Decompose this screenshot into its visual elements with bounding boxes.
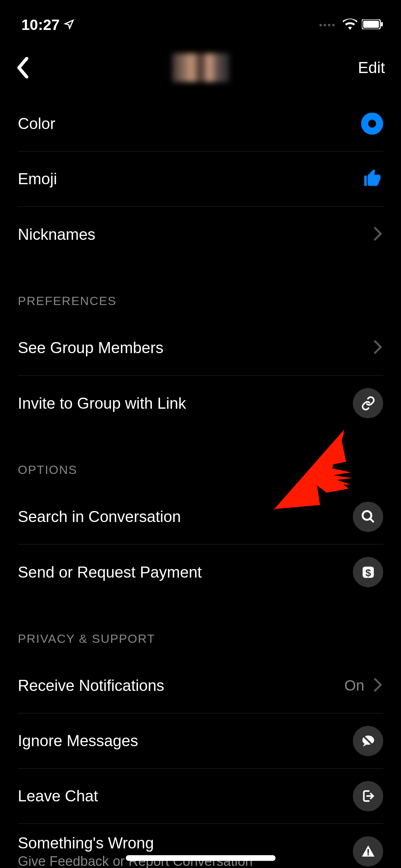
color-label: Color (18, 115, 55, 133)
group-avatar[interactable] (172, 53, 229, 82)
wrong-row[interactable]: Something's Wrong Give Feedback or Repor… (18, 824, 383, 868)
privacy-header: PRIVACY & SUPPORT (18, 600, 383, 658)
svg-point-11 (367, 854, 369, 856)
ignore-icon (353, 726, 383, 756)
notifications-row[interactable]: Receive Notifications On (18, 658, 383, 713)
chevron-right-icon (373, 227, 383, 242)
payment-row[interactable]: Send or Request Payment $ (18, 544, 383, 600)
back-button[interactable] (16, 57, 34, 78)
invite-link-row[interactable]: Invite to Group with Link (18, 376, 383, 431)
color-swatch-icon (361, 113, 383, 135)
notifications-label: Receive Notifications (18, 677, 164, 694)
leave-icon (353, 781, 383, 811)
options-header: OPTIONS (18, 431, 383, 489)
preferences-header: PREFERENCES (18, 262, 383, 320)
notifications-value: On (344, 677, 364, 694)
search-label: Search in Conversation (18, 508, 181, 526)
home-indicator[interactable] (126, 855, 276, 861)
chevron-right-icon (373, 678, 383, 693)
dollar-icon: $ (353, 557, 383, 587)
link-icon (353, 388, 383, 418)
nicknames-row[interactable]: Nicknames (18, 207, 383, 262)
wrong-label: Something's Wrong (18, 834, 253, 852)
svg-rect-2 (381, 22, 383, 26)
chevron-right-icon (373, 340, 383, 356)
status-bar: 10:27 (0, 0, 401, 43)
nicknames-label: Nicknames (18, 226, 96, 243)
see-members-row[interactable]: See Group Members (18, 320, 383, 376)
wifi-icon (343, 19, 358, 31)
see-members-label: See Group Members (18, 339, 163, 357)
invite-link-label: Invite to Group with Link (18, 394, 186, 412)
location-arrow-icon (64, 19, 74, 31)
nav-header: Edit (0, 43, 401, 96)
leave-row[interactable]: Leave Chat (18, 769, 383, 824)
battery-icon (362, 19, 383, 31)
svg-text:$: $ (365, 567, 371, 578)
payment-label: Send or Request Payment (18, 563, 202, 581)
signal-dots-icon (319, 24, 335, 26)
ignore-row[interactable]: Ignore Messages (18, 713, 383, 769)
ignore-label: Ignore Messages (18, 732, 138, 750)
thumbs-up-icon (363, 168, 383, 190)
leave-label: Leave Chat (18, 787, 98, 805)
emoji-row[interactable]: Emoji (18, 151, 383, 207)
svg-rect-1 (363, 21, 379, 28)
color-row[interactable]: Color (18, 96, 383, 151)
chevron-left-icon (16, 57, 29, 78)
search-row[interactable]: Search in Conversation (18, 489, 383, 544)
edit-button[interactable]: Edit (358, 59, 385, 77)
svg-line-4 (370, 518, 373, 522)
status-time: 10:27 (21, 16, 60, 33)
emoji-label: Emoji (18, 170, 57, 188)
search-icon (353, 502, 383, 532)
warning-icon (353, 836, 383, 867)
settings-list: Color Emoji Nicknames PREFERENCES See Gr… (0, 96, 401, 868)
